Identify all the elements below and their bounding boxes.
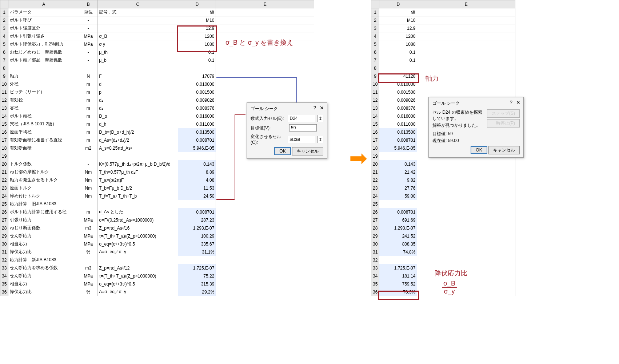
cell-e[interactable]	[417, 248, 515, 256]
cell[interactable]: 0.010000	[178, 80, 216, 88]
cell[interactable]: μ_b	[97, 56, 178, 64]
cell-e[interactable]	[417, 176, 515, 184]
cell-d[interactable]: 9.82	[379, 176, 417, 184]
cell[interactable]: 4.08	[178, 176, 216, 184]
cell-d[interactable]: 0.016000	[379, 112, 417, 120]
cell[interactable]: トルク係数	[8, 160, 79, 168]
cell[interactable]: Nm	[79, 192, 97, 200]
row-header-r[interactable]: 5	[371, 40, 379, 48]
goal-seek-result-dialog[interactable]: ? ✕ ゴール シーク セル D24 の収束値を探索しています。 解答が見つかり…	[428, 97, 524, 158]
cell-d[interactable]: 21.42	[379, 168, 417, 176]
cell[interactable]	[178, 256, 216, 264]
cell[interactable]	[216, 264, 314, 272]
row-header[interactable]: 16	[0, 128, 8, 136]
cell-e[interactable]	[417, 216, 515, 224]
col-header-D[interactable]: D	[178, 0, 216, 8]
row-header[interactable]: 3	[0, 24, 8, 32]
cell-d[interactable]: 1.725.E-07	[379, 264, 417, 272]
col-header-D-right[interactable]: D	[379, 0, 417, 8]
cell-e[interactable]	[417, 8, 515, 16]
cell[interactable]: せん断応力	[8, 232, 79, 240]
cell[interactable]: σ y	[97, 40, 178, 48]
cell[interactable]: ねじり断面係数	[8, 224, 79, 232]
cell[interactable]: D_o	[97, 112, 178, 120]
row-header-r[interactable]: 34	[371, 272, 379, 280]
cell[interactable]: A_s=0.25πd_As²	[97, 144, 178, 152]
cell[interactable]: m	[79, 96, 97, 104]
cell[interactable]: ボルト頭径	[8, 112, 79, 120]
cell[interactable]: -	[79, 56, 97, 64]
cell-d[interactable]: 27.76	[379, 184, 417, 192]
cell-d[interactable]: 値	[379, 8, 417, 16]
cell-d[interactable]: 0.011000	[379, 120, 417, 128]
cell-d[interactable]: 0.143	[379, 160, 417, 168]
cell[interactable]: パラメータ	[8, 8, 79, 16]
cell[interactable]: m2	[79, 144, 97, 152]
cell[interactable]: せん断応力を求める係数	[8, 264, 79, 272]
cell[interactable]: T_f=T_a+T_th+T_b	[97, 192, 178, 200]
cell[interactable]: ボルト応力計算に使用する径	[8, 208, 79, 216]
cell[interactable]: σ_B	[97, 32, 178, 40]
cell[interactable]: 75.22	[178, 272, 216, 280]
cell[interactable]	[216, 240, 314, 248]
cell[interactable]	[79, 256, 97, 264]
cell-d[interactable]: 0.013500	[379, 128, 417, 136]
cell[interactable]: せん断応力	[8, 272, 79, 280]
cell[interactable]	[216, 232, 314, 240]
cell[interactable]	[216, 224, 314, 232]
col-header-A[interactable]: A	[8, 0, 79, 8]
row-header[interactable]: 17	[0, 136, 8, 144]
cell[interactable]: T_b=Fμ_b D_b/2	[97, 184, 178, 192]
cell[interactable]: 0.011000	[178, 120, 216, 128]
cell-e[interactable]	[417, 16, 515, 24]
cell[interactable]: 軸力を発生させるトルク	[8, 176, 79, 184]
cell-e[interactable]	[417, 168, 515, 176]
row-header[interactable]: 28	[0, 224, 8, 232]
row-header[interactable]: 32	[0, 256, 8, 264]
row-header-r[interactable]: 1	[371, 8, 379, 16]
cell[interactable]: MPa	[79, 232, 97, 240]
cell-d[interactable]	[379, 200, 417, 208]
cell-d[interactable]	[379, 152, 417, 160]
row-header[interactable]: 22	[0, 176, 8, 184]
cell[interactable]	[216, 248, 314, 256]
cell-d[interactable]: 0.1	[379, 48, 417, 56]
cell[interactable]	[216, 184, 314, 192]
cell[interactable]: m	[79, 208, 97, 216]
cell[interactable]: m	[79, 136, 97, 144]
cell[interactable]: m	[79, 112, 97, 120]
cell[interactable]: 相当応力	[8, 240, 79, 248]
row-header-r[interactable]: 26	[371, 208, 379, 216]
row-header-r[interactable]: 17	[371, 136, 379, 144]
cell-d[interactable]: 5.946.E-05	[379, 144, 417, 152]
cell[interactable]: Z_p=πd_As³/16	[97, 224, 178, 232]
row-header[interactable]: 10	[0, 80, 8, 88]
row-header-r[interactable]: 8	[371, 64, 379, 72]
cell-d[interactable]: 0.009026	[379, 96, 417, 104]
cell[interactable]: K=(0.577μ_th d₂+p/2π+μ_b D_b/2)/d	[97, 160, 178, 168]
cell[interactable]: 谷径	[8, 104, 79, 112]
cell[interactable]	[216, 160, 314, 168]
row-header[interactable]: 20	[0, 160, 8, 168]
row-header-r[interactable]: 23	[371, 184, 379, 192]
row-header[interactable]: 8	[0, 64, 8, 72]
cell[interactable]: 記号，式	[97, 8, 178, 16]
row-header[interactable]: 18	[0, 144, 8, 152]
cell[interactable]	[97, 256, 178, 264]
cell[interactable]	[216, 280, 314, 288]
cell-d[interactable]: 691.69	[379, 216, 417, 224]
cell[interactable]: %	[79, 288, 97, 296]
cell-e[interactable]	[417, 192, 515, 200]
row-header[interactable]: 31	[0, 248, 8, 256]
cell-d[interactable]: 12.9	[379, 24, 417, 32]
cell[interactable]: ピッチ（リード）	[8, 88, 79, 96]
cell[interactable]: 1.293.E-07	[178, 224, 216, 232]
cell[interactable]	[216, 16, 314, 24]
cell[interactable]	[97, 24, 178, 32]
row-header-r[interactable]: 4	[371, 32, 379, 40]
cell[interactable]: d_As=(d₂+d₃)/2	[97, 136, 178, 144]
cell[interactable]	[8, 64, 79, 72]
cell[interactable]: μ_th	[97, 48, 178, 56]
row-header[interactable]: 19	[0, 152, 8, 160]
row-header-r[interactable]: 7	[371, 56, 379, 64]
